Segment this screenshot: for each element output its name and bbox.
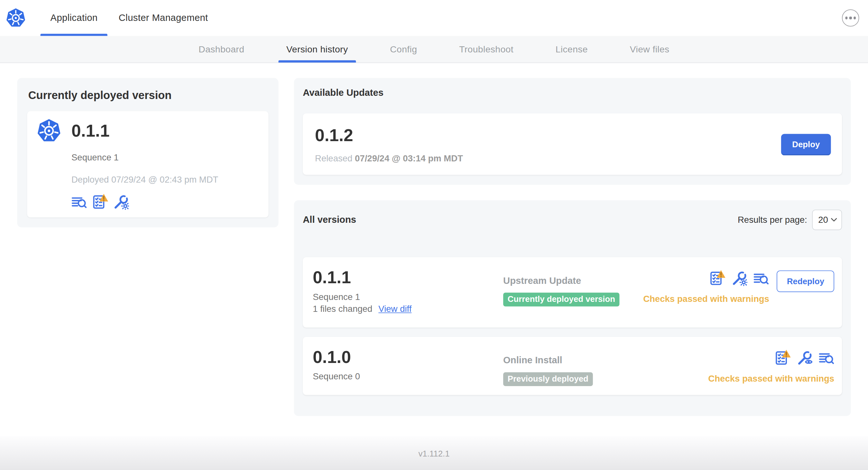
- files-changed-count: 1 files changed: [313, 303, 372, 315]
- checks-column: Checks passed with warnings: [708, 350, 834, 384]
- view-config-wrench-eye-icon[interactable]: [797, 350, 813, 366]
- app-subnav: Dashboard Version history Config Trouble…: [0, 36, 868, 63]
- all-versions-title: All versions: [303, 214, 356, 225]
- deployed-timestamp: Deployed 07/29/24 @ 02:43 pm MDT: [71, 175, 259, 185]
- subnav-dashboard[interactable]: Dashboard: [198, 36, 244, 63]
- subnav-troubleshoot[interactable]: Troubleshoot: [459, 36, 514, 63]
- right-column: Available Updates 0.1.2 Released 07/29/2…: [294, 78, 851, 416]
- edit-config-wrench-gear-icon[interactable]: [114, 194, 129, 210]
- release-notes-icon[interactable]: [71, 194, 87, 210]
- version-number: 0.1.1: [313, 268, 503, 287]
- version-source: Upstream Update: [503, 275, 643, 287]
- released-prefix: Released: [315, 154, 352, 163]
- app-footer: v1.112.1: [0, 436, 868, 470]
- kubernetes-logo-icon: [5, 8, 26, 28]
- view-diff-link[interactable]: View diff: [378, 303, 411, 315]
- update-version-number: 0.1.2: [315, 126, 463, 146]
- available-updates-card: Available Updates 0.1.2 Released 07/29/2…: [294, 78, 851, 185]
- version-source-column: Online Install Previously deployed: [503, 348, 708, 386]
- currently-deployed-title: Currently deployed version: [28, 89, 269, 102]
- deployed-version-number: 0.1.1: [71, 121, 259, 141]
- top-nav: Application Cluster Management: [0, 0, 868, 36]
- app-icon-kubernetes: [37, 118, 61, 143]
- preflight-status-text: Checks passed with warnings: [708, 374, 834, 384]
- results-per-page-value: 20: [818, 215, 828, 225]
- subnav-config[interactable]: Config: [390, 36, 417, 63]
- update-info: 0.1.2 Released 07/29/24 @ 03:14 pm MDT: [315, 126, 463, 164]
- version-actions: Checks passed with warnings: [708, 348, 834, 386]
- subnav-view-files[interactable]: View files: [630, 36, 670, 63]
- version-number: 0.1.0: [313, 348, 503, 366]
- release-notes-icon[interactable]: [819, 350, 834, 366]
- released-timestamp: 07/29/24 @ 03:14 pm MDT: [355, 154, 463, 163]
- tab-cluster-management[interactable]: Cluster Management: [119, 0, 208, 36]
- status-badge-previously-deployed: Previously deployed: [503, 372, 593, 386]
- currently-deployed-card: Currently deployed version 0.1.1 Sequenc…: [17, 78, 278, 228]
- deployed-sequence-label: Sequence 1: [71, 153, 259, 163]
- available-updates-title: Available Updates: [303, 88, 842, 98]
- update-released-line: Released 07/29/24 @ 03:14 pm MDT: [315, 154, 463, 164]
- preflight-checks-warning-icon[interactable]: [92, 193, 109, 210]
- tab-application[interactable]: Application: [51, 0, 98, 36]
- tab-application-label: Application: [51, 12, 98, 24]
- top-tabs: Application Cluster Management: [51, 0, 208, 36]
- all-versions-header: All versions Results per page: 20: [303, 210, 842, 230]
- release-notes-icon[interactable]: [754, 270, 769, 286]
- deploy-button[interactable]: Deploy: [781, 134, 831, 155]
- edit-config-wrench-gear-icon[interactable]: [732, 270, 748, 286]
- chevron-down-icon: [831, 218, 837, 222]
- deployed-version-meta: Sequence 1 Deployed 07/29/24 @ 02:43 pm …: [71, 143, 259, 210]
- version-sequence: Sequence 0: [313, 371, 503, 382]
- redeploy-button[interactable]: Redeploy: [777, 270, 834, 292]
- results-per-page-select[interactable]: 20: [812, 210, 842, 230]
- version-sequence: Sequence 1: [313, 291, 503, 303]
- results-per-page-label: Results per page:: [738, 215, 807, 225]
- version-source-column: Upstream Update Currently deployed versi…: [503, 268, 643, 319]
- version-info: 0.1.1 Sequence 1 1 files changed View di…: [313, 268, 503, 319]
- version-actions: Checks passed with warnings Redeploy: [643, 268, 834, 319]
- preflight-checks-warning-icon[interactable]: [774, 349, 791, 366]
- preflight-status-text: Checks passed with warnings: [643, 294, 769, 304]
- files-changed-line: 1 files changed View diff: [313, 303, 503, 315]
- deployed-version-actions: [71, 194, 259, 210]
- version-info: 0.1.0 Sequence 0: [313, 348, 503, 386]
- more-options-button[interactable]: [842, 9, 859, 26]
- preflight-checks-warning-icon[interactable]: [709, 269, 726, 286]
- version-row-0-1-1: 0.1.1 Sequence 1 1 files changed View di…: [303, 257, 842, 328]
- console-version: v1.112.1: [418, 448, 450, 458]
- subnav-version-history[interactable]: Version history: [286, 36, 348, 63]
- results-per-page: Results per page: 20: [738, 210, 842, 230]
- version-row-0-1-0: 0.1.0 Sequence 0 Online Install Previous…: [303, 337, 842, 395]
- all-versions-card: All versions Results per page: 20: [294, 200, 851, 416]
- app-viewport: Application Cluster Management Dashboard…: [0, 0, 868, 470]
- version-rows: 0.1.1 Sequence 1 1 files changed View di…: [303, 257, 842, 395]
- status-badge-currently-deployed: Currently deployed version: [503, 293, 620, 306]
- tab-cluster-management-label: Cluster Management: [119, 12, 208, 24]
- update-row: 0.1.2 Released 07/29/24 @ 03:14 pm MDT D…: [303, 113, 842, 175]
- version-action-icons: [774, 350, 834, 366]
- subnav-license[interactable]: License: [556, 36, 588, 63]
- main-content: Currently deployed version 0.1.1 Sequenc…: [0, 63, 868, 436]
- version-action-icons: [709, 270, 769, 286]
- ellipsis-icon: [845, 17, 848, 19]
- currently-deployed-version-card: 0.1.1 Sequence 1 Deployed 07/29/24 @ 02:…: [27, 111, 268, 217]
- checks-column: Checks passed with warnings: [643, 270, 769, 304]
- version-source: Online Install: [503, 355, 708, 366]
